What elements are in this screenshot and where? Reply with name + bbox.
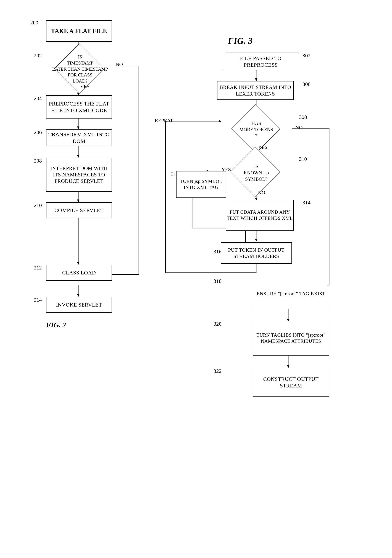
svg-marker-34 [255,239,257,242]
yes-label-202: YES [80,84,90,89]
box-206: TRANSFORM XML INTO DOM [46,129,112,146]
box-302: FILE PASSED TO PREPROCESS [222,52,299,70]
no-label-310: NO [258,190,265,195]
no-label-308: NO [295,125,302,131]
svg-marker-13 [77,200,79,202]
ref-206: 206 [34,129,42,135]
ref-204: 204 [34,95,42,101]
box-316: PUT TOKEN IN OUTPUT STREAM HOLDERS [221,242,292,264]
box-210: COMPILE SERVLET [46,202,112,218]
box-208: INTERPRET DOM WITH ITS NAMESPACES TO PRO… [46,158,112,192]
no-label-202: NO [116,61,123,67]
fig2-label: FIG. 2 [46,321,66,329]
ref-208: 208 [34,158,42,164]
box-320: TURN TAGLIBS INTO "jsp:root" NAMESPACE A… [253,321,329,356]
diagram-container: 200 TAKE A FLAT FILE 202 IS TIMESTAMP LA… [0,0,392,558]
ref-302: 302 [302,52,310,59]
svg-marker-51 [287,365,289,368]
box-306: BREAK INPUT STREAM INTO LEXER TOKENS [217,81,294,100]
svg-marker-9 [77,127,79,129]
repeat-label: REPEAT [155,118,173,123]
ref-202: 202 [34,52,42,59]
ref-214: 214 [34,297,42,303]
ref-310: 310 [299,156,307,162]
box-212: CLASS LOAD [46,265,112,281]
ref-316: 316 [214,249,222,255]
ref-212: 212 [34,265,42,271]
box-312: TURN jsp SYMBOL INTO XML TAG [176,171,226,198]
yes-label-308: YES [258,144,267,150]
svg-marker-17 [77,294,79,297]
box-318: ENSURE "jsp:root" TAG EXIST [253,278,329,309]
box-214: INVOKE SERVLET [46,297,112,313]
box-314: PUT CDATA AROUND ANY TEXT WHICH OFFENDS … [226,200,294,231]
ref-320: 320 [214,321,222,327]
diamond-202: IS TIMESTAMP LATER THAN TIMESTAMP FOR CL… [44,52,116,87]
ref-314: 314 [302,200,310,206]
box-start: TAKE A FLAT FILE [46,20,112,42]
svg-marker-11 [77,155,79,158]
fig3-label: FIG. 3 [228,36,252,46]
svg-marker-19 [255,78,257,81]
diamond-308: HAS MORE TOKENS ? [221,114,292,145]
svg-marker-15 [77,262,79,265]
ref-210: 210 [34,202,42,208]
diamond-310: IS KNOWN jsp SYMBOL? [221,155,292,191]
box-204: PREPROCESS THE FLAT FILE INTO XML CODE [46,95,112,119]
ref-322: 322 [214,368,222,374]
ref-306: 306 [302,81,310,87]
box-322: CONSTRUCT OUTPUT STREAM [253,368,329,397]
ref-308: 308 [299,114,307,120]
ref-318: 318 [214,278,222,284]
ref-200: 200 [30,20,38,26]
